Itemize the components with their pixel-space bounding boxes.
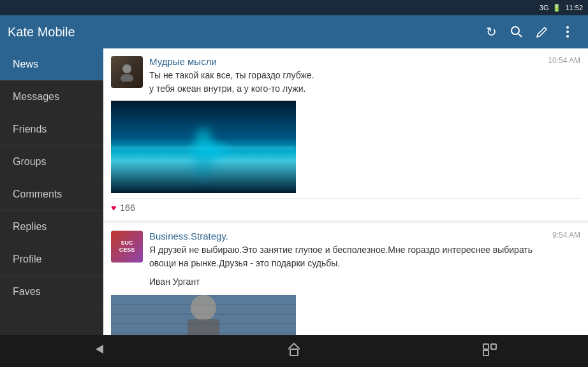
sidebar-item-news[interactable]: News xyxy=(0,48,103,81)
svg-rect-17 xyxy=(491,344,496,349)
avatar[interactable] xyxy=(111,56,143,88)
sidebar-item-profile[interactable]: Profile xyxy=(0,243,103,276)
status-bar: 3G 🔋 11:52 xyxy=(0,0,588,15)
more-menu-button[interactable] xyxy=(555,19,580,45)
svg-point-4 xyxy=(566,35,569,38)
svg-rect-16 xyxy=(483,344,489,349)
battery-icon: 🔋 xyxy=(552,4,561,12)
post-attribution: Иван Ургант xyxy=(111,275,580,289)
post-header: SUCCESS Business.Strategy. Я друзей не в… xyxy=(111,231,580,270)
likes-count: 166 xyxy=(120,203,135,213)
avatar[interactable]: SUCCESS xyxy=(111,231,143,263)
network-indicator: 3G xyxy=(540,4,549,11)
post-meta: Мудрые мысли Ты не такой как все, ты гор… xyxy=(149,56,541,96)
svg-point-3 xyxy=(566,31,569,33)
post-item: Мудрые мысли Ты не такой как все, ты гор… xyxy=(103,48,588,220)
svg-point-6 xyxy=(121,74,133,82)
bottom-navigation xyxy=(0,335,588,367)
post-image[interactable] xyxy=(111,101,296,193)
svg-rect-15 xyxy=(290,349,298,356)
post-likes[interactable]: ♥ 166 xyxy=(111,198,580,213)
svg-point-12 xyxy=(191,295,216,320)
svg-marker-14 xyxy=(96,345,103,354)
app-title: Kate Mobile xyxy=(8,25,478,40)
refresh-button[interactable]: ↻ xyxy=(478,19,504,45)
sidebar-item-friends[interactable]: Friends xyxy=(0,113,103,146)
post-time: 10:54 AM xyxy=(548,56,580,65)
edit-button[interactable] xyxy=(529,19,555,45)
svg-point-0 xyxy=(511,27,519,34)
post-image-2[interactable] xyxy=(111,295,296,335)
svg-rect-18 xyxy=(483,350,489,356)
home-button[interactable] xyxy=(261,336,327,366)
time-display: 11:52 xyxy=(565,4,583,11)
post-author[interactable]: Business.Strategy. xyxy=(149,231,228,241)
sidebar-item-faves[interactable]: Faves xyxy=(0,276,103,308)
bs-avatar-image: SUCCESS xyxy=(111,231,143,263)
svg-point-5 xyxy=(122,64,131,73)
like-icon: ♥ xyxy=(111,203,116,213)
post-header: Мудрые мысли Ты не такой как все, ты гор… xyxy=(111,56,580,96)
post-text: Ты не такой как все, ты гораздо глубже. … xyxy=(149,69,541,96)
svg-rect-13 xyxy=(187,319,219,335)
back-button[interactable] xyxy=(65,336,131,366)
post-time: 9:54 AM xyxy=(552,231,580,240)
sidebar-item-replies[interactable]: Replies xyxy=(0,211,103,243)
post-text: Я друзей не выбираю.Это занятие глупое и… xyxy=(149,243,546,270)
sidebar-item-groups[interactable]: Groups xyxy=(0,146,103,178)
sidebar: News Messages Friends Groups Comments Re… xyxy=(0,48,103,335)
recents-button[interactable] xyxy=(457,336,523,366)
app-header: Kate Mobile ↻ xyxy=(0,15,588,48)
post-item: SUCCESS Business.Strategy. Я друзей не в… xyxy=(103,223,588,335)
search-button[interactable] xyxy=(504,19,529,45)
post-author[interactable]: Мудрые мысли xyxy=(149,56,217,67)
sidebar-item-messages[interactable]: Messages xyxy=(0,81,103,113)
sidebar-item-comments[interactable]: Comments xyxy=(0,178,103,211)
post-meta: Business.Strategy. Я друзей не выбираю.Э… xyxy=(149,231,546,270)
news-feed: Мудрые мысли Ты не такой как все, ты гор… xyxy=(103,48,588,335)
svg-point-2 xyxy=(566,26,569,29)
svg-line-1 xyxy=(518,34,522,37)
main-layout: News Messages Friends Groups Comments Re… xyxy=(0,48,588,335)
